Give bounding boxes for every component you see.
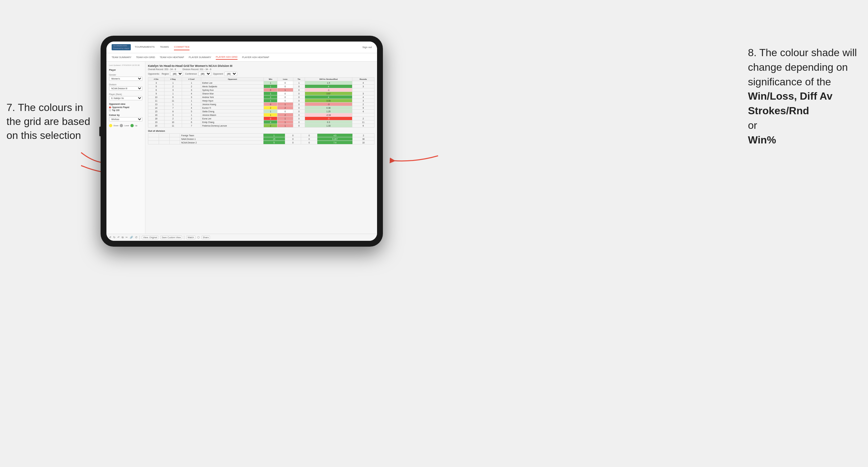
table-row: 10 6 3 Andrea York 2 0 0 4 4 [148,95,374,99]
legend-level-dot [120,124,123,127]
sidebar-opponent-section: Opponent view Opponents Played Top 100 [109,103,143,111]
radio-played-label: Opponents Played [112,106,129,108]
opponents-filter-label: Opponents: [148,73,160,75]
annotation-left: 7. The colours in the grid are based on … [6,101,97,143]
nav-logo: SCOREBOARD Powered by clippd [112,44,131,50]
th-reg: # Reg [164,77,182,81]
redo-icon[interactable]: ↻ [113,236,116,239]
sub-nav-team-summary[interactable]: TEAM SUMMARY [112,55,131,59]
th-div: # Div [148,77,164,81]
annotation-right-text: 8. The colour shade will change dependin… [748,47,857,88]
legend: Down Level Up [109,124,143,127]
sub-nav-player-h2h-grid[interactable]: PLAYER H2H GRID [216,55,238,60]
logo-sub: Powered by clippd [113,48,129,50]
sidebar-rank-select[interactable]: 8. Katelyn Vo [109,96,143,100]
sidebar-opponent-label: Opponent view [109,103,143,105]
opponent-select[interactable]: (All) [224,72,237,76]
sub-nav-player-h2h-heatmap[interactable]: PLAYER H2H HEATMAP [242,55,269,59]
sidebar-gender-label: Gender [109,74,143,76]
opponent-filter-group: Opponent (All) [213,72,238,76]
th-opponent: Opponent [201,77,264,81]
sidebar-timestamp: Last Updated: 27/03/2024 16:55:38 [109,64,143,66]
legend-down-dot [109,124,112,127]
sidebar-player-section: Player [109,69,143,71]
bottom-toolbar: ↺ ↻ ↶ ⧉ ✂ 🔗 ⏱ View: Original Save Custom… [106,234,377,241]
division-record-text: Division Record: [182,68,199,70]
sidebar-colour-select[interactable]: Win/loss [109,117,143,121]
legend-down-label: Down [114,125,118,127]
nav-teams[interactable]: TEAMS [160,44,169,50]
grid-area: Katelyn Vo Head-to-Head Grid for Women's… [145,62,377,234]
table-row: 13 1 1 Jessica Huang 0 1 0 -3 2 [148,102,374,106]
sub-nav-team-h2h-heatmap[interactable]: TEAM H2H HEATMAP [160,55,184,59]
sidebar-division-label: Division [109,84,143,86]
table-row: 20 11 7 Federica Domecq Lacroze 2 1 0 1.… [148,124,374,128]
annotation-left-text: 7. The colours in the grid are based on … [6,101,90,141]
sidebar-radio-top100[interactable]: Top 100 [109,109,143,111]
table-row: 16 3 1 Jessica Mason 1 2 0 -0.94 [148,113,374,117]
nav-tournaments[interactable]: TOURNAMENTS [135,44,155,50]
sidebar-division-select[interactable]: NCAA Division III [109,86,143,91]
sidebar-timestamp-section: Last Updated: 27/03/2024 16:55:38 [109,64,143,66]
radio-played-dot [109,106,111,108]
sign-in-link[interactable]: Sign out [363,46,372,49]
table-row: 9 1 4 Sharon Mun 1 0 0 3.67 3 [148,92,374,95]
conference-select[interactable]: (All) [198,72,211,76]
sidebar-colour-section: Colour by Win/loss [109,114,143,121]
region-filter-group: Region (All) [162,72,183,76]
legend-level-label: Level [124,125,129,127]
clock-icon[interactable]: ⏱ [135,236,137,239]
th-loss: Loss [277,77,293,81]
division-record-value: 331 - 34 - 6 [199,68,211,70]
copy-icon[interactable]: ⧉ [122,236,124,239]
share-btn[interactable]: Share [202,236,210,239]
th-tie: Tie [293,77,305,81]
cut-icon[interactable]: ✂ [126,236,128,239]
annotation-right-bold1: Win/Loss, [748,90,797,102]
annotation-right-bold3: Win% [748,134,776,146]
table-row: NAIA Division 1 15 0 0 9.267 30 [148,137,374,141]
sidebar-rank-label: Player (Rank) [109,93,143,95]
sidebar: Last Updated: 27/03/2024 16:55:38 Player… [106,62,145,234]
th-win: Win [264,77,277,81]
sub-nav-team-h2h-grid[interactable]: TEAM H2H GRID [136,55,155,59]
region-label: Region [162,73,169,75]
main-content: Last Updated: 27/03/2024 16:55:38 Player… [106,62,377,234]
table-row: 14 7 4 Eunice Yi 2 2 0 0.38 9 [148,106,374,110]
view-original-btn[interactable]: View: Original [142,236,158,239]
share-icon[interactable]: ⬡ [197,236,199,239]
table-row: 15 8 5 Stella Cheng 1 0 0 1.25 4 [148,110,374,113]
overall-record-value: 353 - 34 - 6 [164,68,176,70]
sidebar-rank-section: Player (Rank) 8. Katelyn Vo [109,93,143,100]
save-custom-btn[interactable]: Save Custom View [160,236,182,239]
table-row: Foreign Team 1 0 0 4.5 2 [148,134,374,137]
sidebar-division-section: Division NCAA Division III [109,84,143,91]
th-rounds: Rounds [352,77,374,81]
sub-nav-player-summary[interactable]: PLAYER SUMMARY [189,55,211,59]
table-row: NCAA Division 2 5 0 0 7.4 10 [148,141,374,145]
link-icon[interactable]: 🔗 [130,236,133,239]
sub-nav: TEAM SUMMARY TEAM H2H GRID TEAM H2H HEAT… [106,53,377,62]
overall-record-text: Overall Record: [148,68,164,70]
undo-icon[interactable]: ↺ [109,236,111,239]
th-diff: Diff Av Strokes/Rnd [305,77,352,81]
sidebar-radio-played[interactable]: Opponents Played [109,106,143,108]
out-of-division-header: Out of division [148,129,374,132]
sidebar-player-label: Player [109,69,143,71]
tablet-frame: SCOREBOARD Powered by clippd TOURNAMENTS… [101,36,383,247]
arrow-right [376,143,441,169]
sidebar-gender-select[interactable]: Women's [109,76,143,81]
th-conf: # Conf [182,77,201,81]
table-row: 19 10 6 Emily Chang 4 1 0 0.3 11 [148,120,374,124]
back-icon[interactable]: ↶ [118,236,120,239]
nav-committee[interactable]: COMMITTEE [174,44,189,50]
toolbar-sep-2 [184,236,184,240]
sidebar-colour-label: Colour by [109,114,143,116]
radio-top100-label: Top 100 [112,109,119,111]
watch-btn[interactable]: Watch [186,236,195,239]
grid-record: Overall Record: 353 - 34 - 6 Division Re… [148,68,374,70]
filter-row: Opponents: Region (All) Conference (All) [148,72,374,76]
region-select[interactable]: (All) [170,72,183,76]
table-row: 6 3 3 Sydney Kuo 0 1 0 -1 [148,88,374,92]
tablet-screen: SCOREBOARD Powered by clippd TOURNAMENTS… [106,41,377,241]
